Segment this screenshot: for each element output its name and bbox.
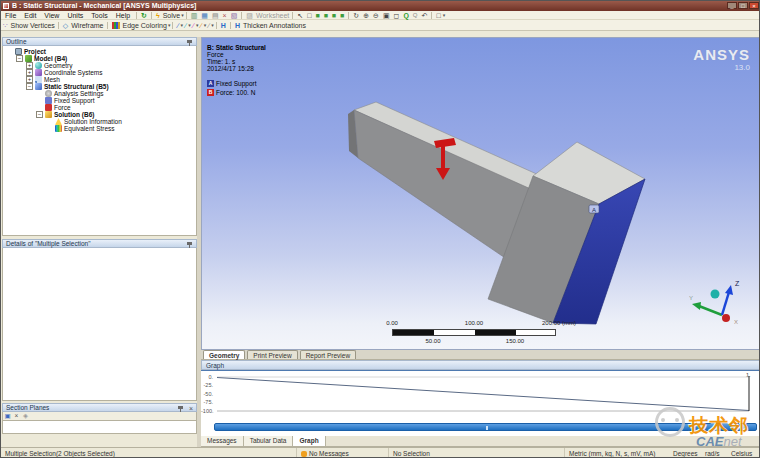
graph-panel-header: Graph xyxy=(201,360,760,370)
edge-thickness-icon[interactable]: H xyxy=(219,20,228,31)
slider-handle[interactable] xyxy=(486,426,488,430)
new-section-plane-icon[interactable]: ▣ xyxy=(3,412,12,420)
maximize-button[interactable]: □ xyxy=(738,2,748,9)
edge-coloring-caret[interactable]: ▾ xyxy=(168,20,171,31)
tree-item-label: Force xyxy=(54,104,71,111)
solve-dropdown-caret[interactable]: ▾ xyxy=(181,11,184,20)
delete-section-plane-icon[interactable]: × xyxy=(12,412,21,420)
tab-print-preview[interactable]: Print Preview xyxy=(247,350,297,359)
new-figure-icon[interactable]: ▦ xyxy=(199,11,210,20)
delete-icon[interactable]: × xyxy=(221,11,229,20)
magnifier-icon[interactable]: Q xyxy=(401,11,410,20)
tree-item-coordinate-systems[interactable]: +Coordinate Systems xyxy=(3,69,196,76)
show-section-plane-icon[interactable]: ◈ xyxy=(21,412,30,420)
tree-item-label: Solution Information xyxy=(64,118,122,125)
viewport-3d[interactable]: A Z X Y B: Static Structural Force Time:… xyxy=(201,37,760,350)
tree-item-equivalent-stress[interactable]: Equivalent Stress xyxy=(3,125,196,132)
box-zoom-icon[interactable]: ▣ xyxy=(381,11,392,20)
tree-item-label: Solution (B6) xyxy=(54,111,94,118)
expander-icon[interactable]: − xyxy=(36,111,43,118)
tab-geometry[interactable]: Geometry xyxy=(203,350,245,359)
zoom-in-icon[interactable]: ⊕ xyxy=(361,11,371,20)
mesh-icon xyxy=(35,76,42,83)
edge-coloring-button[interactable]: Edge Coloring xyxy=(122,20,168,31)
menu-tools[interactable]: Tools xyxy=(87,11,111,20)
triad-x-label: X xyxy=(734,319,738,325)
y-tick-75: -75. xyxy=(201,399,213,405)
triad-y-label: Y xyxy=(689,295,693,301)
solve-button[interactable]: Solve xyxy=(162,11,182,20)
tab-messages[interactable]: Messages xyxy=(201,436,244,446)
expander-icon[interactable]: + xyxy=(26,76,33,83)
body-select-icon[interactable]: ■ xyxy=(338,11,346,20)
menu-edit[interactable]: Edit xyxy=(20,11,40,20)
tree-item-fixed-support[interactable]: Fixed Support xyxy=(3,97,196,104)
grid-icon[interactable]: ▤ xyxy=(210,11,221,20)
status-no-selection: No Selection xyxy=(389,448,565,458)
tree-item-label: Analysis Settings xyxy=(54,90,104,97)
viewports-icon[interactable]: □ xyxy=(434,11,442,20)
legend-label: Force: 100. N xyxy=(216,89,255,96)
rotate-icon[interactable]: ↻ xyxy=(351,11,361,20)
menu-view[interactable]: View xyxy=(40,11,63,20)
thicken-annotations-button[interactable]: Thicken Annotations xyxy=(242,20,307,31)
window-title: B : Static Structural - Mechanical [ANSY… xyxy=(12,1,196,11)
ruler-label-100: 100.00 xyxy=(455,320,493,326)
expander-icon[interactable]: − xyxy=(26,83,33,90)
worksheet-button[interactable]: Worksheet xyxy=(255,11,290,20)
annotation-date: 2012/4/17 15:28 xyxy=(207,65,266,72)
tree-item-force[interactable]: Force xyxy=(3,104,196,111)
tree-item-label: Project xyxy=(24,48,46,55)
menu-help[interactable]: Help xyxy=(112,11,134,20)
expander-icon[interactable]: + xyxy=(26,69,33,76)
tree-item-solution-information[interactable]: Solution Information xyxy=(3,118,196,125)
x-axis-ball-icon xyxy=(722,314,730,322)
edge-coloring-icon xyxy=(112,22,120,29)
tree-item-geometry[interactable]: +Geometry xyxy=(3,62,196,69)
y-tick-50: -50. xyxy=(201,391,213,397)
section-planes-list[interactable] xyxy=(2,421,197,434)
vertex-select-icon[interactable]: ■ xyxy=(313,11,321,20)
expander-icon[interactable]: − xyxy=(16,55,23,62)
tab-tabular-data[interactable]: Tabular Data xyxy=(244,436,294,446)
annotation-object: Force xyxy=(207,51,266,58)
tree-item-static-structural[interactable]: −Static Structural (B5) xyxy=(3,83,196,90)
tab-report-preview[interactable]: Report Preview xyxy=(300,350,356,359)
face-select-icon[interactable]: ■ xyxy=(330,11,338,20)
tree-item-solution[interactable]: −Solution (B6) xyxy=(3,111,196,118)
zoom-fit-icon[interactable]: ◻ xyxy=(392,11,402,20)
force-curve xyxy=(217,378,749,411)
menu-file[interactable]: File xyxy=(1,11,20,20)
solve-lightning-icon: ϟ xyxy=(154,11,162,20)
worksheet-icon: ▨ xyxy=(244,11,255,20)
zoom-out-icon[interactable]: ⊖ xyxy=(371,11,381,20)
select-cursor-icon[interactable]: ↖ xyxy=(295,11,305,20)
details-title: Details of "Multiple Selection" xyxy=(6,240,90,247)
tree-item-mesh[interactable]: +Mesh xyxy=(3,76,196,83)
tree-item-model[interactable]: −Model (B4) xyxy=(3,55,196,62)
new-chart-icon[interactable]: ▥ xyxy=(189,11,200,20)
status-angle-unit: Degrees xyxy=(669,448,701,458)
menu-units[interactable]: Units xyxy=(63,11,87,20)
tree-item-analysis-settings[interactable]: Analysis Settings xyxy=(3,90,196,97)
wireframe-button[interactable]: Wireframe xyxy=(70,20,104,31)
viewports-dropdown-caret[interactable]: ▾ xyxy=(443,11,446,20)
status-units: Metric (mm, kg, N, s, mV, mA) xyxy=(565,448,669,458)
triad[interactable]: Z X Y xyxy=(689,280,740,325)
tree-item-project[interactable]: Project xyxy=(3,48,196,55)
legend-item-fixed-support: A Fixed Support xyxy=(207,79,266,87)
close-button[interactable]: × xyxy=(749,2,759,9)
model-canvas[interactable]: A Z X Y xyxy=(202,38,760,349)
tree-item-label: Model (B4) xyxy=(34,55,67,62)
tab-graph[interactable]: Graph xyxy=(293,436,325,446)
box-select-icon[interactable]: □ xyxy=(305,11,313,20)
previous-view-icon[interactable]: ↶ xyxy=(420,11,430,20)
tools-dropdown-icon[interactable]: ▧ xyxy=(229,11,240,20)
time-slider[interactable] xyxy=(214,423,757,431)
edge-select-icon[interactable]: ■ xyxy=(322,11,330,20)
expander-icon[interactable]: + xyxy=(26,62,33,69)
show-vertices-button[interactable]: Show Vertices xyxy=(9,20,55,31)
minimize-button[interactable]: _ xyxy=(727,2,737,9)
magnifier-small-icon[interactable]: Q xyxy=(411,11,420,20)
refresh-icon[interactable]: ↻ xyxy=(139,11,149,20)
